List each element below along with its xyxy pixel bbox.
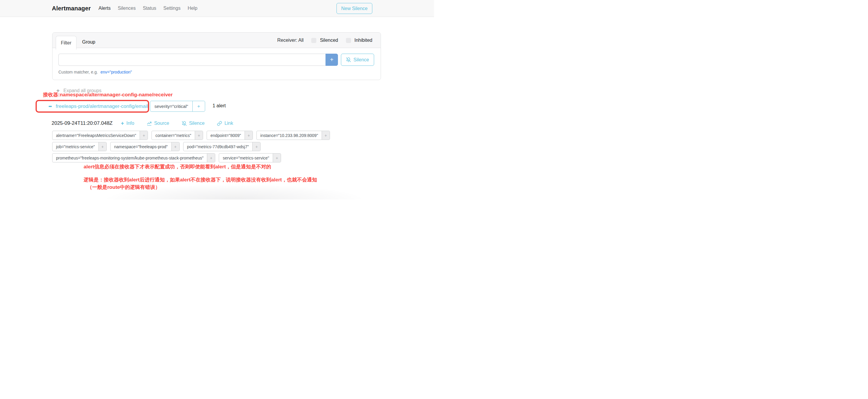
label-text: alertname="FreeleapsMetricsServiceDown": [53, 131, 140, 140]
tab-group[interactable]: Group: [82, 36, 95, 48]
add-matcher-button[interactable]: +: [326, 54, 338, 66]
nav-item-settings[interactable]: Settings: [163, 6, 181, 11]
nav-links: Alerts Silences Status Settings Help: [98, 6, 197, 11]
silence-alert-button[interactable]: Silence: [182, 121, 205, 126]
filter-options: Receiver: All Silenced Inhibited: [277, 33, 372, 48]
add-filter-button[interactable]: +: [172, 142, 179, 151]
silence-alert-label: Silence: [189, 121, 205, 126]
inhibited-filter: Inhibited: [346, 38, 373, 43]
group-matcher-add-button[interactable]: +: [192, 101, 205, 112]
alert-header-row: 2025-09-24T11:20:07.048Z + Info Source S…: [52, 120, 233, 126]
silence-filter-label: Silence: [353, 57, 369, 63]
label-pill: namespace="freeleaps-prod"+: [110, 142, 180, 151]
label-text: container="metrics": [152, 131, 195, 140]
annotation-logic-note-2: （一般是route中的逻辑有错误）: [87, 184, 160, 191]
add-filter-button[interactable]: +: [140, 131, 148, 140]
permalink-button[interactable]: Link: [217, 121, 233, 126]
app-brand[interactable]: Alertmanager: [52, 5, 91, 12]
nav-item-alerts[interactable]: Alerts: [98, 6, 111, 11]
label-row: prometheus="freeleaps-monitoring-system/…: [52, 153, 330, 162]
silence-filter-button[interactable]: Silence: [341, 54, 374, 66]
filter-card-body: + Silence Custom matcher, e.g. env="prod…: [53, 48, 381, 74]
label-row: job="metrics-service"+ namespace="freele…: [52, 142, 330, 151]
receiver-filter-dropdown[interactable]: Receiver: All: [277, 38, 304, 43]
new-silence-button[interactable]: New Silence: [337, 3, 372, 14]
navbar: Alertmanager Alerts Silences Status Sett…: [0, 0, 434, 17]
nav-item-silences[interactable]: Silences: [118, 6, 135, 11]
matcher-hint: Custom matcher, e.g. env="production": [58, 70, 374, 74]
add-filter-button[interactable]: +: [195, 131, 203, 140]
collapse-minus-icon: [49, 106, 52, 107]
alert-count: 1 alert: [213, 103, 226, 109]
add-filter-button[interactable]: +: [245, 131, 253, 140]
matcher-input-group: +: [58, 54, 338, 66]
add-filter-button[interactable]: +: [273, 154, 281, 162]
alert-timestamp: 2025-09-24T11:20:07.048Z: [52, 120, 113, 126]
link-label: Link: [224, 121, 233, 126]
group-matcher-pill: severity="critical" +: [150, 101, 205, 112]
bell-slash-icon: [182, 121, 187, 126]
silenced-label: Silenced: [320, 38, 338, 43]
label-text: pod="metrics-77d9cdb497-wdsj7": [184, 142, 253, 151]
label-pill: instance="10.233.98.209:8009"+: [256, 131, 330, 140]
nav-item-help[interactable]: Help: [188, 6, 197, 11]
silenced-checkbox[interactable]: [311, 38, 316, 43]
add-filter-button[interactable]: +: [98, 142, 106, 151]
info-button[interactable]: + Info: [121, 121, 134, 126]
annotation-receiver-note: 接收器:namespace/altermanager-config-name/r…: [43, 91, 173, 98]
label-row: alertname="FreeleapsMetricsServiceDown"+…: [52, 131, 330, 140]
annotation-highlight-box: freeleaps-prod/alertmanager-config/email: [36, 100, 149, 113]
label-pill: alertname="FreeleapsMetricsServiceDown"+: [52, 131, 148, 140]
label-pill: pod="metrics-77d9cdb497-wdsj7"+: [183, 142, 261, 151]
filter-card-header: Filter Group Receiver: All Silenced Inhi…: [53, 33, 381, 48]
alert-labels: alertname="FreeleapsMetricsServiceDown"+…: [52, 131, 330, 162]
label-text: endpoint="8009": [207, 131, 245, 140]
label-pill: container="metrics"+: [152, 131, 203, 140]
label-pill: service="metrics-service"+: [219, 153, 281, 162]
inhibited-checkbox[interactable]: [346, 38, 351, 43]
link-icon: [217, 121, 222, 126]
annotation-alert-note: alert信息必须在接收器下才表示配置成功，否则即使能看到alert，但是通知是…: [84, 163, 271, 170]
alertmanager-page: Alertmanager Alerts Silences Status Sett…: [0, 0, 434, 200]
info-label: Info: [126, 121, 134, 126]
filter-card: Filter Group Receiver: All Silenced Inhi…: [52, 32, 381, 80]
source-label: Source: [154, 121, 169, 126]
tab-filter[interactable]: Filter: [56, 36, 76, 50]
receiver-group-toggle[interactable]: freeleaps-prod/alertmanager-config/email: [56, 103, 148, 110]
bell-slash-icon: [346, 57, 351, 62]
add-filter-button[interactable]: +: [322, 131, 330, 140]
label-text: namespace="freeleaps-prod": [111, 142, 172, 151]
label-text: instance="10.233.98.209:8009": [257, 131, 322, 140]
add-filter-button[interactable]: +: [207, 154, 215, 162]
inhibited-label: Inhibited: [354, 38, 373, 43]
label-text: service="metrics-service": [219, 154, 273, 162]
label-pill: prometheus="freeleaps-monitoring-system/…: [52, 153, 215, 162]
group-matcher-label: severity="critical": [150, 101, 192, 112]
nav-item-status[interactable]: Status: [143, 6, 156, 11]
label-text: job="metrics-service": [53, 142, 98, 151]
matcher-hint-text: Custom matcher, e.g.: [58, 70, 98, 74]
chart-icon: [147, 121, 152, 126]
source-link[interactable]: Source: [147, 121, 169, 126]
label-text: prometheus="freeleaps-monitoring-system/…: [53, 154, 207, 162]
silenced-filter: Silenced: [311, 38, 338, 43]
add-filter-button[interactable]: +: [252, 142, 260, 151]
alert-actions: + Info Source Silence Link: [121, 121, 233, 126]
matcher-example-link[interactable]: env="production": [100, 70, 132, 74]
plus-icon: +: [121, 121, 124, 126]
annotation-logic-note-1: 逻辑是：接收器收到alert后进行通知，如果alert不在接收器下，说明接收器没…: [84, 176, 317, 183]
label-pill: endpoint="8009"+: [207, 131, 253, 140]
label-pill: job="metrics-service"+: [52, 142, 107, 151]
matcher-input[interactable]: [58, 54, 326, 66]
